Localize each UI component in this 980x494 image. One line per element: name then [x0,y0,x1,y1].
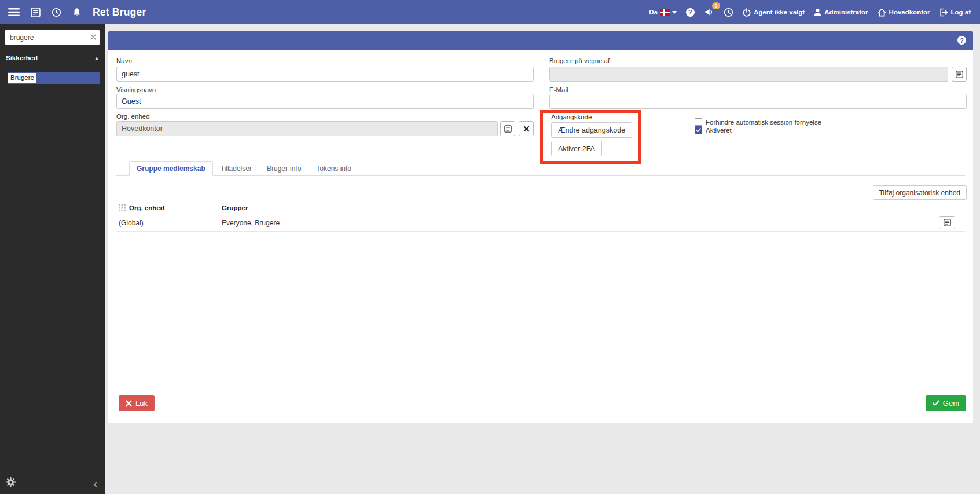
on-behalf-picker-button[interactable] [952,67,967,82]
on-behalf-label: Brugere på vegne af [549,57,610,64]
email-label: E-Mail [549,86,568,93]
edit-user-card: ? Navn Visningsnavn Org. enhed Brugere p… [108,31,973,423]
column-org-label: Org. enhed [129,204,164,211]
add-org-unit-button[interactable]: Tilføj organisatorisk enhed [873,185,967,200]
sidebar-section-sikkerhed[interactable]: Sikkerhed ▲ [0,53,105,63]
card-help-icon[interactable]: ? [957,36,966,45]
language-selector[interactable]: Da [649,9,677,16]
on-behalf-input [549,67,948,82]
main-area: ? Navn Visningsnavn Org. enhed Brugere p… [105,24,980,494]
table-row: (Global) Everyone, Brugere [116,214,965,232]
agent-label: Agent ikke valgt [754,9,805,16]
prevent-session-row: Forhindre automatisk session fornyelse [695,118,821,126]
settings-gear-icon[interactable] [6,477,16,487]
column-org-enhed: Org. enhed [119,204,222,211]
tab-tokens-info[interactable]: Tokens info [309,161,359,176]
user-label: Administrator [824,9,868,16]
name-label: Navn [116,57,132,64]
display-name-input[interactable] [116,94,534,109]
org-unit-picker-button[interactable] [500,121,515,136]
prevent-session-checkbox[interactable] [695,118,702,126]
logout-label: Log af [951,9,971,16]
topbar: Ret Bruger Da ? 0 Agent ikke valgt [0,0,980,24]
save-button[interactable]: Gem [926,395,966,411]
display-name-label: Visningsnavn [116,86,156,93]
history-icon[interactable] [52,8,61,17]
change-password-button[interactable]: Ændre adgangskode [551,122,632,138]
activated-checkbox[interactable] [695,126,702,134]
row-org-value: (Global) [119,219,222,227]
language-label: Da [649,9,658,16]
speaker-icon[interactable]: 0 [704,8,714,17]
activated-label: Aktiveret [706,127,732,134]
sidebar-item-brugere[interactable]: Brugere [8,72,100,84]
logout-icon [939,8,948,17]
sidebar-footer: ‹ [0,471,105,494]
org-unit-label: Org. enhed [116,113,150,120]
tab-bruger-info[interactable]: Bruger-info [259,161,309,176]
clear-search-icon[interactable] [90,34,96,40]
sidebar: Sikkerhed ▲ Brugere ‹ [0,24,105,494]
menu-icon[interactable] [8,8,20,17]
agent-selector[interactable]: Agent ikke valgt [743,8,805,17]
prevent-session-label: Forhindre automatisk session fornyelse [706,119,821,126]
home-icon [878,8,886,17]
row-groups-value: Everyone, Brugere [222,219,280,227]
footer-divider [116,380,965,380]
table-header: Org. enhed Grupper [116,202,965,214]
tab-bar: Gruppe medlemskab Tilladelser Bruger-inf… [116,162,965,176]
help-icon[interactable]: ? [686,8,695,17]
close-label: Luk [135,399,148,408]
office-menu[interactable]: Hovedkontor [878,8,930,17]
logout-button[interactable]: Log af [939,8,971,17]
password-label: Adgangskode [551,114,592,120]
section-label: Sikkerhed [6,54,38,61]
tab-gruppe-medlemskab[interactable]: Gruppe medlemskab [129,161,213,176]
office-label: Hovedkontor [889,9,930,16]
tab-tilladelser[interactable]: Tilladelser [213,161,259,176]
caret-down-icon [672,11,677,14]
grid-icon [119,204,126,211]
activated-row: Aktiveret [695,126,732,134]
journal-icon[interactable] [31,8,41,17]
power-icon [743,8,751,17]
check-icon [933,400,939,406]
collapse-sidebar-icon[interactable]: ‹ [93,478,97,489]
clock-icon[interactable] [724,8,733,17]
collapse-caret-icon: ▲ [94,56,99,61]
sidebar-search [5,30,100,45]
org-unit-input [116,121,498,136]
sidebar-item-label: Brugere [8,73,36,83]
email-input[interactable] [549,94,967,109]
org-unit-clear-button[interactable] [519,121,534,136]
user-menu[interactable]: Administrator [814,8,868,16]
page-title: Ret Bruger [93,6,146,19]
close-button[interactable]: Luk [119,395,155,411]
save-label: Gem [943,399,959,408]
bell-icon[interactable] [72,8,81,17]
close-x-icon [126,400,132,407]
search-input[interactable] [5,30,100,45]
enable-2fa-button[interactable]: Aktiver 2FA [551,141,602,156]
card-header: ? [108,31,973,50]
membership-table: Org. enhed Grupper (Global) Everyone, Br… [116,202,965,232]
row-detail-button[interactable] [939,216,955,229]
name-input[interactable] [116,67,534,82]
person-icon [814,8,821,16]
notification-badge: 0 [712,2,720,9]
column-grupper: Grupper [222,204,248,211]
danish-flag-icon [660,9,670,16]
